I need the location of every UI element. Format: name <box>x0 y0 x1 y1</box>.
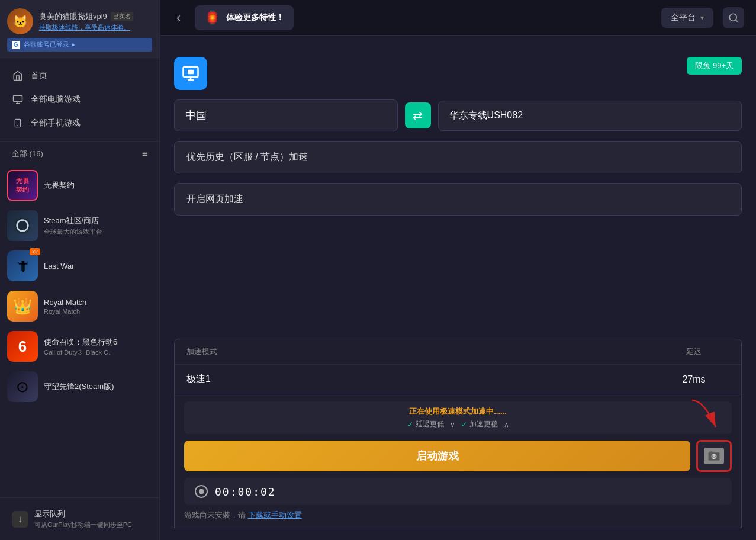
svg-line-7 <box>735 20 737 21</box>
list-view-icon[interactable]: ≡ <box>142 149 147 159</box>
platform-selector[interactable]: 全平台 ▾ <box>661 8 713 28</box>
status-sub2: 加速更稳 <box>469 419 498 429</box>
game-item-cod[interactable]: 6 使命召唤：黑色行动6 Call of Duty®: Black O. <box>0 326 159 367</box>
game-thumb-wuji: 无畏契约 <box>7 170 38 201</box>
game-thumb-lastwar: 🗡 x2 <box>7 250 38 281</box>
game-item-wuji[interactable]: 无畏契约 无畏契约 <box>0 165 159 205</box>
game-thumb-steam <box>7 210 38 241</box>
search-button[interactable] <box>723 7 744 28</box>
status-area: 正在使用极速模式加速中...... ✓ 延迟更低 ∨ ✓ 加速更稳 ∧ <box>174 394 742 528</box>
chevron-down-icon: ▾ <box>700 14 704 22</box>
speed-table-row[interactable]: 极速1 27ms <box>175 365 741 394</box>
home-label: 首页 <box>31 70 47 81</box>
display-queue-sub: 可从OurPlay移动端一键同步至PC <box>34 520 132 529</box>
priority-row[interactable]: 优先历史（区服 / 节点）加速 <box>174 141 742 173</box>
user-section: 🐱 臭美的猫眼挠姐vpl9 已实名 获取极速线路，享受高速体验。 G 谷歌账号已… <box>0 0 159 58</box>
phone-icon <box>12 117 24 129</box>
timer-stop-icon[interactable] <box>195 485 208 498</box>
home-icon <box>12 70 24 82</box>
game-name-lastwar: Last War <box>44 262 152 271</box>
google-login-btn[interactable]: G 谷歌账号已登录 ● <box>7 38 152 52</box>
promo-text: 体验更多特性！ <box>226 12 284 23</box>
sidebar-item-pc-games[interactable]: 全部电脑游戏 <box>0 88 159 111</box>
verified-badge: 已实名 <box>111 12 133 21</box>
web-acceleration-row[interactable]: 开启网页加速 <box>174 183 742 216</box>
pc-games-label: 全部电脑游戏 <box>31 94 81 105</box>
web-accel-text: 开启网页加速 <box>186 194 243 204</box>
back-button[interactable]: ‹ <box>172 8 185 28</box>
vpn-icon-box <box>174 57 207 90</box>
screenshot-button[interactable] <box>696 440 732 472</box>
status-message-box: 正在使用极速模式加速中...... ✓ 延迟更低 ∨ ✓ 加速更稳 ∧ <box>184 401 732 434</box>
svg-point-15 <box>713 455 715 458</box>
server-from-selector[interactable]: 中国 <box>174 99 398 131</box>
speed-col-mode-header: 加速模式 <box>186 346 658 357</box>
game-name-cod: 使命召唤：黑色行动6 <box>44 337 152 348</box>
game-item-royalmatch[interactable]: 👑 Royal Match Royal Match <box>0 286 159 326</box>
user-sub-text[interactable]: 获取极速线路，享受高速体验。 <box>39 23 152 32</box>
check-icon-1: ✓ <box>407 420 413 429</box>
game-sub-cod: Call of Duty®: Black O. <box>44 349 152 356</box>
sidebar: 🐱 臭美的猫眼挠姐vpl9 已实名 获取极速线路，享受高速体验。 G 谷歌账号已… <box>0 0 160 540</box>
svg-rect-11 <box>188 70 194 75</box>
google-icon: G <box>12 41 20 49</box>
promo-banner[interactable]: 🏮 体验更多特性！ <box>195 5 294 30</box>
platform-label: 全平台 <box>671 12 696 23</box>
google-login-text: 谷歌账号已登录 ● <box>24 40 75 49</box>
sidebar-item-mobile-games[interactable]: 全部手机游戏 <box>0 111 159 135</box>
game-thumb-royalmatch: 👑 <box>7 291 38 322</box>
sidebar-bottom[interactable]: ↓ 显示队列 可从OurPlay移动端一键同步至PC <box>0 497 159 540</box>
section-count: 全部 (16) <box>12 149 43 159</box>
search-icon <box>728 12 739 23</box>
priority-text: 优先历史（区服 / 节点）加速 <box>186 152 308 162</box>
server-to-selector[interactable]: 华东专线USH082 <box>438 101 742 131</box>
display-queue-title: 显示队列 <box>34 509 132 519</box>
game-list: 无畏契约 无畏契约 Steam社区/商店 全球最大的游戏平台 <box>0 163 159 497</box>
game-sub-royalmatch: Royal Match <box>44 308 152 315</box>
monitor-icon <box>12 94 24 105</box>
server-row: 中国 ⇄ 华东专线USH082 <box>174 99 742 131</box>
check-icon-2: ✓ <box>461 420 467 429</box>
speed-col-delay-header: 延迟 <box>658 346 729 357</box>
status-main-text: 正在使用极速模式加速中...... <box>192 406 723 417</box>
nav-section: 首页 全部电脑游戏 全部手机游戏 <box>0 58 159 142</box>
main-panel: ‹ 🏮 体验更多特性！ 全平台 ▾ <box>160 0 756 540</box>
swap-button[interactable]: ⇄ <box>405 102 431 128</box>
download-link[interactable]: 下载或手动设置 <box>248 510 302 519</box>
control-row: 启动游戏 <box>184 440 732 472</box>
vpn-icon <box>182 65 200 82</box>
speed-table: 加速模式 延迟 极速1 27ms <box>174 339 742 394</box>
content-area: 限兔 99+天 中国 ⇄ 华东专线USH082 优先历史（区服 / 节点）加速 … <box>160 36 756 540</box>
server-to-text: 华东专线USH082 <box>449 110 523 122</box>
game-sub-steam: 全球最大的游戏平台 <box>44 227 152 236</box>
game-item-overwatch[interactable]: ⊙ 守望先锋2(Steam版) <box>0 367 159 407</box>
game-thumb-overwatch: ⊙ <box>7 371 38 402</box>
svg-point-6 <box>729 14 736 21</box>
game-item-lastwar[interactable]: 🗡 x2 Last War <box>0 246 159 286</box>
server-from-text: 中国 <box>185 108 207 123</box>
topbar: ‹ 🏮 体验更多特性！ 全平台 ▾ <box>160 0 756 36</box>
mobile-games-label: 全部手机游戏 <box>31 118 81 128</box>
speed-mode-name: 极速1 <box>186 373 658 385</box>
game-name-overwatch: 守望先锋2(Steam版) <box>44 381 152 392</box>
game-name-steam: Steam社区/商店 <box>44 216 152 226</box>
game-name-royalmatch: Royal Match <box>44 298 152 307</box>
start-game-button[interactable]: 启动游戏 <box>184 441 690 471</box>
svg-rect-13 <box>709 451 712 453</box>
status-sub1: 延迟更低 <box>416 419 444 429</box>
section-header: 全部 (16) ≡ <box>0 142 159 163</box>
timer-row: 00:00:02 <box>184 478 732 505</box>
avatar: 🐱 <box>7 8 33 34</box>
limit-badge: 限兔 99+天 <box>687 57 742 75</box>
svg-rect-0 <box>14 95 22 102</box>
badge-x2-lastwar: x2 <box>30 250 38 255</box>
username: 臭美的猫眼挠姐vpl9 <box>39 11 107 22</box>
timer-display: 00:00:02 <box>215 486 276 498</box>
not-installed-note: 游戏尚未安装，请 下载或手动设置 <box>184 510 732 520</box>
display-queue-icon: ↓ <box>12 511 28 528</box>
lantern-icon: 🏮 <box>204 10 220 25</box>
game-name-wuji: 无畏契约 <box>44 180 152 191</box>
sidebar-item-home[interactable]: 首页 <box>0 64 159 88</box>
screenshot-icon <box>704 448 724 464</box>
game-item-steam[interactable]: Steam社区/商店 全球最大的游戏平台 <box>0 205 159 246</box>
